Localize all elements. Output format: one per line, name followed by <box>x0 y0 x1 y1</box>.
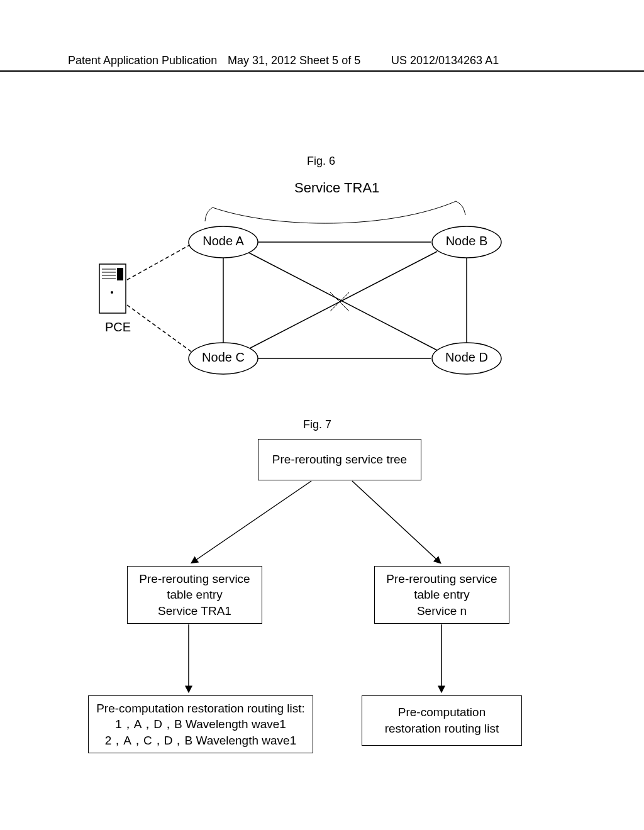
fig6-diagram: Node A Node B Node C Node D <box>88 170 560 390</box>
root-box: Pre-rerouting service tree <box>258 439 421 480</box>
node-d-label: Node D <box>445 350 488 364</box>
node-a-label: Node A <box>203 234 244 248</box>
left-list-l1: Pre-computation restoration routing list… <box>96 700 305 717</box>
right-list-l1: Pre-computation <box>398 704 486 721</box>
node-c-label: Node C <box>202 350 245 364</box>
pce-label: PCE <box>105 320 131 335</box>
svg-line-1 <box>127 305 196 355</box>
left-entry-l3: Service TRA1 <box>158 603 231 619</box>
left-entry-box: Pre-rerouting service table entry Servic… <box>127 566 262 624</box>
fig7-diagram: Pre-rerouting service tree Pre-rerouting… <box>88 434 566 767</box>
right-list-box: Pre-computation restoration routing list <box>362 695 522 746</box>
left-entry-l1: Pre-rerouting service <box>139 571 250 587</box>
svg-line-0 <box>127 242 195 280</box>
svg-line-22 <box>352 481 440 563</box>
header-rule <box>0 70 644 72</box>
svg-line-7 <box>248 252 437 349</box>
right-entry-l2: table entry <box>414 587 470 603</box>
left-list-l2: 1，A，D，B Wavelength wave1 <box>115 716 286 733</box>
left-entry-l2: table entry <box>167 587 223 603</box>
svg-point-20 <box>111 291 113 294</box>
svg-rect-19 <box>117 268 123 280</box>
fig7-caption: Fig. 7 <box>303 418 331 431</box>
svg-line-21 <box>192 481 311 563</box>
pce-icon <box>99 264 126 313</box>
header-left: Patent Application Publication <box>68 54 217 67</box>
right-entry-l1: Pre-rerouting service <box>386 571 497 587</box>
right-entry-l3: Service n <box>417 603 467 619</box>
left-list-box: Pre-computation restoration routing list… <box>88 695 313 753</box>
node-b-label: Node B <box>446 234 488 248</box>
header-center: May 31, 2012 Sheet 5 of 5 <box>228 54 360 67</box>
left-list-l3: 2，A，C，D，B Wavelength wave1 <box>105 733 296 749</box>
right-entry-box: Pre-rerouting service table entry Servic… <box>374 566 509 624</box>
header-right: US 2012/0134263 A1 <box>391 54 499 67</box>
right-list-l2: restoration routing list <box>385 721 499 737</box>
root-text: Pre-rerouting service tree <box>272 451 407 468</box>
fig6-caption: Fig. 6 <box>307 155 335 168</box>
